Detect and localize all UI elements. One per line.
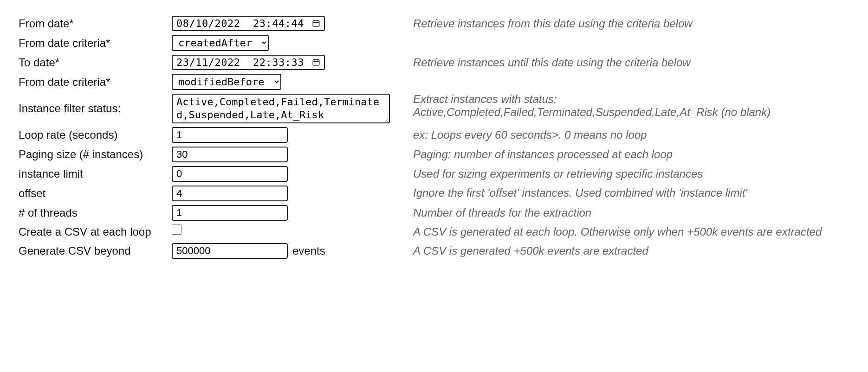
offset-input-cell	[172, 184, 399, 203]
instance-limit-input[interactable]	[172, 166, 288, 182]
instance-limit-hint: Used for sizing experiments or retrievin…	[413, 165, 849, 183]
from-date-input[interactable]	[172, 16, 325, 31]
instance-limit-label: instance limit	[19, 165, 158, 183]
status-label: Instance filter status:	[19, 99, 158, 118]
csv-beyond-label: Generate CSV beyond	[19, 242, 158, 260]
from-criteria-select[interactable]: createdAfter	[172, 35, 269, 51]
threads-input-cell	[172, 203, 399, 223]
loop-rate-hint: ex: Loops every 60 seconds>. 0 means no …	[413, 126, 849, 144]
threads-input[interactable]	[172, 205, 288, 221]
csv-beyond-input[interactable]	[172, 243, 288, 259]
from-criteria-hint	[413, 33, 849, 43]
settings-form: From date* Retrieve instances from this …	[0, 0, 868, 275]
loop-rate-input[interactable]	[172, 127, 288, 143]
csv-beyond-hint: A CSV is generated +500k events are extr…	[413, 242, 849, 260]
paging-size-hint: Paging: number of instances processed at…	[413, 145, 849, 164]
threads-label: # of threads	[19, 204, 158, 222]
paging-size-input[interactable]	[172, 147, 288, 162]
from-criteria-label: From date criteria*	[19, 34, 158, 52]
to-criteria-input-cell: modifiedBefore	[172, 72, 399, 92]
to-criteria-select[interactable]: modifiedBefore	[172, 74, 281, 90]
paging-size-input-cell	[172, 145, 399, 164]
to-date-label: To date*	[19, 53, 158, 72]
threads-hint: Number of threads for the extraction	[413, 204, 849, 222]
csv-beyond-input-cell: events	[172, 241, 399, 261]
paging-size-label: Paging size (# instances)	[19, 145, 158, 164]
from-date-input-cell	[172, 14, 399, 33]
instance-limit-input-cell	[172, 164, 399, 184]
loop-rate-input-cell	[172, 125, 399, 145]
from-date-input-wrap	[172, 16, 325, 31]
from-date-label: From date*	[19, 14, 158, 33]
from-date-hint: Retrieve instances from this date using …	[413, 14, 849, 33]
csv-each-loop-label: Create a CSV at each loop	[19, 223, 158, 241]
loop-rate-label: Loop rate (seconds)	[19, 126, 158, 144]
to-date-hint: Retrieve instances until this date using…	[413, 53, 849, 72]
status-textarea[interactable]: Active,Completed,Failed,Terminated,Suspe…	[172, 94, 390, 123]
csv-each-loop-hint: A CSV is generated at each loop. Otherwi…	[413, 223, 849, 241]
to-date-input-cell	[172, 53, 399, 72]
to-criteria-label: From date criteria*	[19, 73, 158, 91]
status-input-cell: Active,Completed,Failed,Terminated,Suspe…	[172, 92, 399, 125]
offset-input[interactable]	[172, 186, 288, 201]
to-criteria-hint	[413, 72, 849, 82]
csv-beyond-suffix: events	[292, 244, 325, 257]
to-date-input-wrap	[172, 55, 325, 70]
offset-hint: Ignore the first 'offset' instances. Use…	[413, 184, 849, 202]
to-date-input[interactable]	[172, 55, 325, 70]
from-criteria-input-cell: createdAfter	[172, 33, 399, 53]
csv-each-loop-input-cell	[172, 223, 399, 237]
offset-label: offset	[19, 184, 158, 203]
status-hint: Extract instances with status: Active,Co…	[413, 92, 849, 122]
csv-each-loop-checkbox[interactable]	[172, 224, 182, 235]
